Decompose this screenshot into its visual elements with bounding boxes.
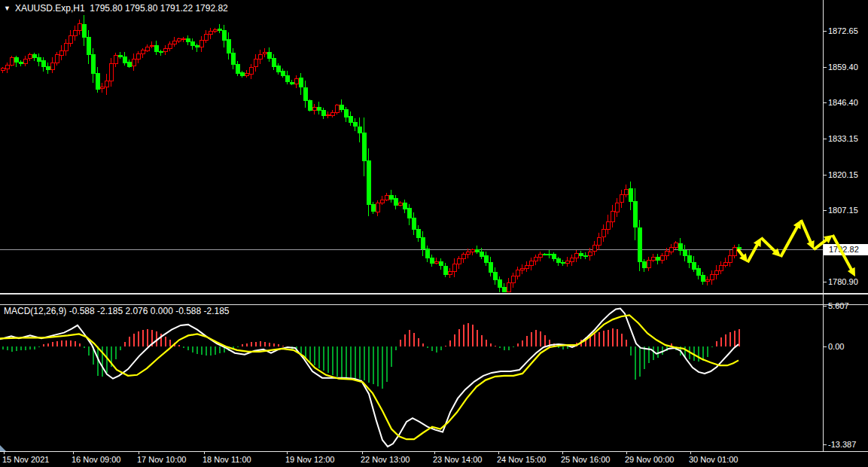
price-axis-label: 1846.40 <box>828 98 867 107</box>
time-axis-label: 25 Nov 16:00 <box>561 455 610 464</box>
price-axis-label: 1780.90 <box>828 277 867 286</box>
price-axis-label: 1833.15 <box>828 134 867 143</box>
time-axis-label: 15 Nov 2021 <box>2 455 49 464</box>
time-axis-label: 22 Nov 13:00 <box>361 455 410 464</box>
chart-title-text: XAUUSD.Exp,H1 1795.80 1795.80 1791.22 17… <box>15 3 228 14</box>
time-axis-label: 18 Nov 11:00 <box>203 455 251 464</box>
macd-axis-label: 5.607 <box>828 301 867 310</box>
price-axis-label: 1807.15 <box>828 206 867 215</box>
mt4-chart-window: ▼ XAUUSD.Exp,H1 1795.80 1795.80 1791.22 … <box>0 0 868 467</box>
macd-axis-label: 0.00 <box>828 342 867 351</box>
time-axis-label: 17 Nov 10:00 <box>137 455 186 464</box>
time-axis-label: 30 Nov 01:00 <box>689 455 738 464</box>
symbol-dropdown-icon[interactable]: ▼ <box>4 5 11 12</box>
chart-title: ▼ XAUUSD.Exp,H1 1795.80 1795.80 1791.22 … <box>4 3 228 14</box>
time-axis-label: 23 Nov 14:00 <box>433 455 482 464</box>
macd-panel-resize-handle[interactable] <box>0 445 6 451</box>
macd-axis-label: -13.387 <box>828 440 867 449</box>
time-axis-label: 16 Nov 09:00 <box>72 455 120 464</box>
time-axis-label: 29 Nov 00:00 <box>625 455 674 464</box>
current-price-tag: 1792.82 <box>824 244 868 255</box>
macd-plot-area[interactable] <box>0 305 823 451</box>
price-axis-label: 1820.15 <box>828 170 867 179</box>
price-axis-label: 1872.65 <box>828 26 867 35</box>
price-chart-plot-area[interactable] <box>0 0 823 294</box>
time-axis-label: 24 Nov 15:00 <box>497 455 546 464</box>
time-axis-label: 19 Nov 12:00 <box>285 455 334 464</box>
macd-indicator-label: MACD(12,26,9) -0.588 -2.185 2.076 0.000 … <box>4 306 230 316</box>
price-axis-label: 1859.40 <box>828 63 867 72</box>
